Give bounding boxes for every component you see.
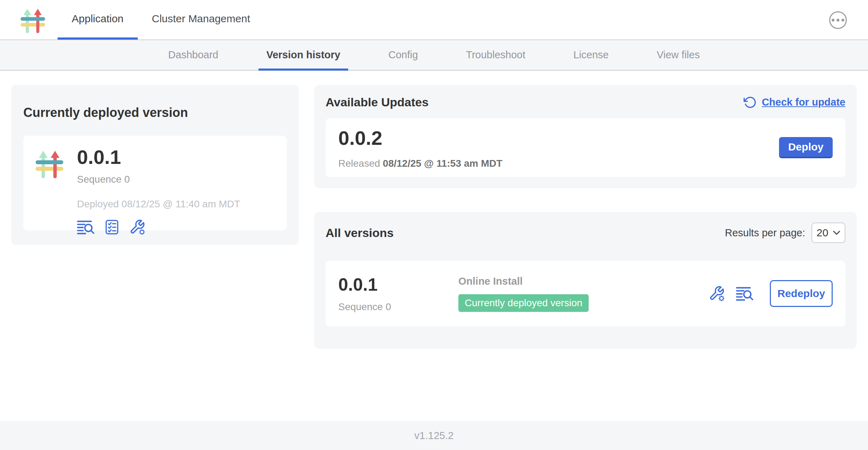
update-row: 0.0.2 Released 08/12/25 @ 11:53 am MDT D… (326, 118, 845, 177)
tab-application[interactable]: Application (58, 0, 138, 40)
available-updates-header: Available Updates Check for update (326, 95, 845, 109)
check-for-update-link[interactable]: Check for update (743, 96, 845, 109)
deployed-version-details: 0.0.1 Sequence 0 Deployed 08/12/25 @ 11:… (77, 146, 240, 230)
kots-admin-console: Application Cluster Management Dashboard… (0, 0, 868, 450)
tab-license[interactable]: License (566, 41, 617, 71)
tab-dashboard[interactable]: Dashboard (160, 41, 226, 71)
deployed-actions (77, 219, 240, 236)
update-details: 0.0.2 Released 08/12/25 @ 11:53 am MDT (338, 126, 503, 169)
app-logo-icon (34, 148, 65, 179)
results-per-page: Results per page: 20 (725, 223, 845, 243)
overflow-menu-button[interactable] (829, 11, 847, 29)
check-for-update-label: Check for update (762, 96, 845, 108)
version-row-actions: Redeploy (709, 280, 833, 307)
tab-config[interactable]: Config (381, 41, 426, 71)
header-tabs: Application Cluster Management (58, 0, 264, 40)
install-type-label: Online Install (458, 276, 589, 287)
results-per-page-value: 20 (816, 227, 828, 239)
version-row-status: Online Install Currently deployed versio… (458, 276, 589, 312)
deploy-button[interactable]: Deploy (779, 137, 833, 158)
deployed-version-number: 0.0.1 (77, 146, 240, 168)
deployed-panel-title: Currently deployed version (23, 105, 287, 120)
redeploy-button[interactable]: Redeploy (770, 280, 833, 307)
chevron-down-icon (833, 230, 840, 236)
ellipsis-dot (832, 19, 834, 22)
tab-version-history[interactable]: Version history (258, 41, 348, 71)
tab-cluster-management[interactable]: Cluster Management (138, 0, 264, 40)
ellipsis-dot (837, 19, 839, 22)
refresh-icon (743, 96, 757, 109)
released-label: Released (338, 158, 380, 169)
version-row: 0.0.1 Sequence 0 Online Install Currentl… (326, 261, 845, 326)
preflight-checks-icon[interactable] (104, 219, 120, 235)
edit-config-icon[interactable] (709, 285, 725, 302)
view-logs-icon[interactable] (736, 285, 754, 302)
top-header: Application Cluster Management (0, 0, 868, 40)
tab-view-files[interactable]: View files (649, 41, 708, 71)
app-logo-icon (19, 6, 47, 34)
released-date: 08/12/25 @ 11:53 am MDT (383, 158, 503, 169)
ellipsis-dot (842, 19, 844, 22)
all-versions-panel: All versions Results per page: 20 0.0.1 … (314, 212, 857, 349)
results-per-page-select[interactable]: 20 (811, 223, 845, 243)
edit-config-icon[interactable] (129, 219, 146, 236)
row-sequence: Sequence 0 (338, 301, 458, 313)
view-logs-icon[interactable] (77, 219, 95, 235)
available-updates-panel: Available Updates Check for update 0.0.2… (314, 85, 857, 188)
version-row-info: 0.0.1 Sequence 0 (338, 274, 458, 313)
tab-troubleshoot[interactable]: Troubleshoot (458, 41, 533, 71)
console-version: v1.125.2 (414, 430, 453, 442)
update-version-number: 0.0.2 (338, 126, 503, 149)
results-per-page-label: Results per page: (725, 227, 805, 239)
app-subnav: Dashboard Version history Config Trouble… (0, 41, 868, 71)
footer: v1.125.2 (0, 421, 868, 450)
deployed-version-card: 0.0.1 Sequence 0 Deployed 08/12/25 @ 11:… (23, 136, 287, 230)
row-version-number: 0.0.1 (338, 274, 458, 295)
available-updates-title: Available Updates (326, 95, 429, 109)
deployed-timestamp: Deployed 08/12/25 @ 11:40 am MDT (77, 199, 240, 210)
deployed-sequence: Sequence 0 (77, 174, 240, 185)
currently-deployed-badge: Currently deployed version (458, 294, 589, 312)
update-released-timestamp: Released 08/12/25 @ 11:53 am MDT (338, 158, 503, 169)
all-versions-title: All versions (326, 226, 394, 240)
all-versions-header: All versions Results per page: 20 (326, 223, 845, 243)
currently-deployed-panel: Currently deployed version 0.0.1 Sequenc… (11, 85, 299, 245)
